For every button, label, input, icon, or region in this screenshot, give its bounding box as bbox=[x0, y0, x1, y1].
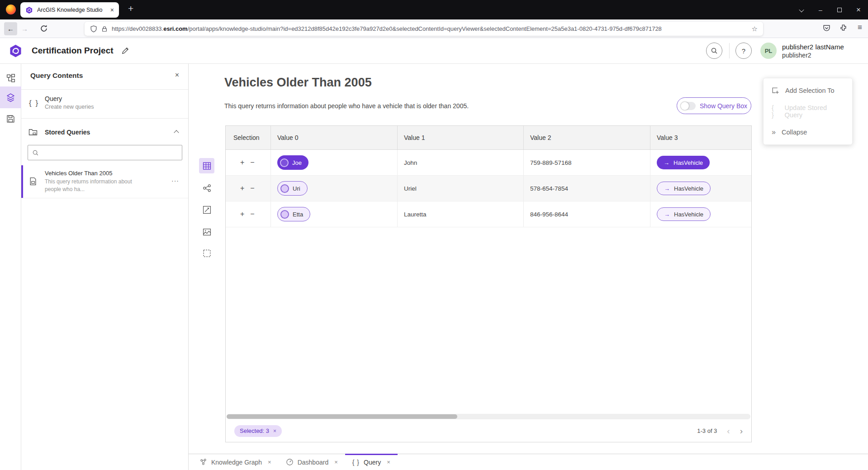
query-contents-panel: Query Contents × { } Query Create new qu… bbox=[21, 64, 189, 470]
braces-icon: { } bbox=[352, 459, 360, 466]
add-to-selection-icon[interactable]: + bbox=[240, 158, 244, 167]
tab-label: Dashboard bbox=[298, 459, 329, 466]
toggle-switch[interactable] bbox=[681, 102, 696, 110]
reload-button[interactable] bbox=[40, 24, 48, 33]
panel-close-icon[interactable]: × bbox=[175, 71, 179, 79]
maximize-button[interactable] bbox=[830, 0, 849, 19]
stored-queries-search[interactable] bbox=[28, 145, 182, 160]
tab-close-icon[interactable]: × bbox=[268, 459, 271, 465]
clear-selection-icon[interactable]: × bbox=[273, 428, 276, 434]
stored-queries-header[interactable]: Stored Queries bbox=[21, 125, 188, 141]
search-button[interactable] bbox=[706, 43, 722, 59]
cell-value: John bbox=[404, 159, 417, 166]
arcgis-knowledge-logo bbox=[9, 44, 23, 58]
tab-close-icon[interactable]: × bbox=[334, 459, 338, 465]
tab-knowledge-graph[interactable]: Knowledge Graph × bbox=[192, 454, 279, 470]
selection-tool-button[interactable] bbox=[199, 245, 214, 261]
table-view-button[interactable] bbox=[199, 158, 214, 173]
relationship-pill[interactable]: →HasVehicle bbox=[657, 182, 711, 195]
user-username: publisher2 bbox=[782, 52, 844, 60]
table-footer: Selected: 3 × 1-3 of 3 ‹ › bbox=[226, 420, 751, 442]
data-model-button[interactable] bbox=[0, 67, 21, 89]
tab-close-icon[interactable]: × bbox=[387, 459, 390, 465]
app-menu-icon[interactable]: ≡ bbox=[855, 23, 864, 32]
next-page-icon[interactable]: › bbox=[740, 426, 743, 436]
help-button[interactable]: ? bbox=[735, 43, 752, 59]
question-icon: ? bbox=[742, 47, 745, 55]
remove-from-selection-icon[interactable]: − bbox=[250, 158, 254, 167]
context-menu: Add Selection To { } Update Stored Query… bbox=[763, 78, 853, 145]
edit-chart-button[interactable] bbox=[199, 202, 214, 217]
tab-list-button[interactable] bbox=[792, 0, 811, 19]
content-tabs-bar: Knowledge Graph × Dashboard × { } Query … bbox=[189, 454, 868, 470]
entity-circle-icon bbox=[280, 210, 289, 219]
lock-icon[interactable] bbox=[101, 26, 108, 32]
window-close-icon: × bbox=[849, 5, 868, 14]
header-divider bbox=[729, 43, 730, 58]
menu-item-add-selection-to[interactable]: Add Selection To bbox=[764, 80, 852, 101]
save-button[interactable] bbox=[0, 108, 21, 129]
stored-query-title: Vehicles Older Than 2005 bbox=[45, 170, 112, 177]
relationship-pill[interactable]: →HasVehicle bbox=[657, 207, 711, 221]
entity-label: Joe bbox=[292, 159, 302, 166]
column-header[interactable]: Selection bbox=[226, 126, 271, 149]
save-to-pocket-icon[interactable] bbox=[822, 23, 831, 32]
entity-pill[interactable]: Etta bbox=[277, 207, 310, 221]
table-row[interactable]: + − Etta Lauretta 846-956-8644 →HasVehic… bbox=[226, 201, 751, 227]
previous-page-icon[interactable]: ‹ bbox=[727, 426, 730, 436]
browser-tab[interactable]: ArcGIS Knowledge Studio × bbox=[20, 2, 119, 18]
entity-pill[interactable]: Uri bbox=[277, 181, 308, 196]
column-header[interactable]: Value 0 bbox=[271, 126, 398, 149]
bookmark-star-icon[interactable]: ☆ bbox=[752, 25, 758, 33]
url-text[interactable]: https://dev0028833.esri.com/portal/apps/… bbox=[112, 25, 748, 32]
tracking-shield-icon[interactable] bbox=[90, 25, 97, 33]
entity-pill[interactable]: Joe bbox=[277, 155, 308, 170]
collapse-section-icon[interactable] bbox=[174, 130, 179, 135]
tab-dashboard[interactable]: Dashboard × bbox=[279, 454, 345, 470]
remove-from-selection-icon[interactable]: − bbox=[250, 184, 254, 192]
user-info[interactable]: publisher2 lastName publisher2 bbox=[782, 43, 844, 59]
braces-icon: { } bbox=[772, 104, 779, 119]
edit-title-icon[interactable] bbox=[121, 47, 129, 55]
remove-from-selection-icon[interactable]: − bbox=[250, 210, 254, 218]
scrollbar-thumb[interactable] bbox=[227, 414, 457, 419]
column-header[interactable]: Value 2 bbox=[524, 126, 650, 149]
firefox-icon[interactable] bbox=[6, 5, 16, 14]
add-to-selection-icon[interactable]: + bbox=[240, 210, 244, 218]
show-query-box-toggle[interactable]: Show Query Box bbox=[677, 97, 751, 114]
minimize-icon: – bbox=[811, 6, 830, 14]
add-to-selection-icon[interactable]: + bbox=[240, 184, 244, 192]
user-avatar[interactable]: PL bbox=[760, 43, 777, 59]
contents-button[interactable] bbox=[0, 86, 21, 108]
column-header[interactable]: Value 3 bbox=[650, 126, 751, 149]
table-row[interactable]: + − Joe John 759-889-57168 →HasVehicle bbox=[226, 150, 751, 176]
browser-tab-title: ArcGIS Knowledge Studio bbox=[37, 7, 106, 13]
horizontal-scrollbar[interactable] bbox=[227, 414, 750, 419]
more-options-icon[interactable]: ··· bbox=[171, 177, 179, 184]
tab-query[interactable]: { } Query × bbox=[345, 454, 398, 470]
tab-close-icon[interactable]: × bbox=[110, 6, 114, 14]
selected-count-chip[interactable]: Selected: 3 × bbox=[234, 425, 282, 437]
new-tab-icon[interactable]: + bbox=[128, 3, 133, 14]
arrow-right-icon: → bbox=[664, 211, 670, 218]
stored-queries-search-input[interactable] bbox=[43, 149, 178, 156]
relationship-pill[interactable]: →HasVehicle bbox=[657, 156, 710, 169]
table-row[interactable]: + − Uri Uriel 578-654-7854 →HasVehicle bbox=[226, 176, 751, 201]
query-list-item[interactable]: { } Query Create new queries bbox=[21, 90, 188, 119]
back-button[interactable]: ← bbox=[4, 22, 17, 35]
menu-item-update-stored-query[interactable]: { } Update Stored Query bbox=[764, 101, 852, 122]
extensions-icon[interactable] bbox=[839, 23, 848, 32]
pagination: 1-3 of 3 ‹ › bbox=[697, 426, 743, 436]
query-item-subtitle: Create new queries bbox=[45, 104, 94, 110]
column-header[interactable]: Value 1 bbox=[398, 126, 524, 149]
link-chart-view-button[interactable] bbox=[199, 180, 214, 196]
tab-label: Query bbox=[364, 459, 381, 466]
toggle-label: Show Query Box bbox=[700, 102, 747, 110]
menu-item-collapse[interactable]: » Collapse bbox=[764, 122, 852, 143]
stored-query-item[interactable]: Vehicles Older Than 2005 This query retu… bbox=[21, 165, 188, 198]
minimize-button[interactable]: – bbox=[811, 0, 830, 19]
window-close-button[interactable]: × bbox=[849, 0, 868, 19]
map-view-button[interactable] bbox=[199, 224, 214, 240]
url-bar[interactable]: https://dev0028833.esri.com/portal/apps/… bbox=[85, 22, 763, 36]
forward-button[interactable]: → bbox=[21, 25, 28, 33]
